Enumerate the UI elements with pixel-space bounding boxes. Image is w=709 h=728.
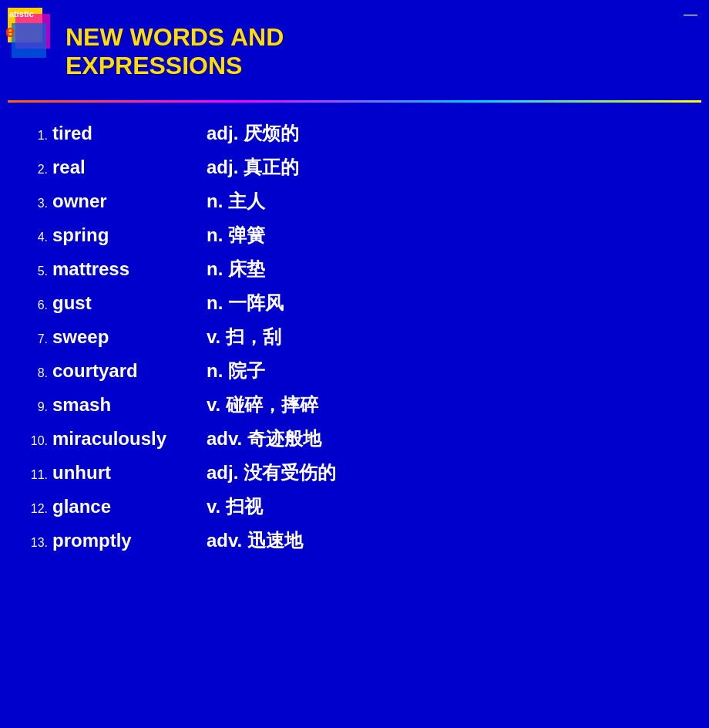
word-english: unhurt — [52, 459, 207, 487]
word-english: tired — [52, 120, 207, 147]
list-item: 3.ownern. 主人 — [23, 187, 694, 215]
word-definition: v. 扫视 — [207, 493, 263, 521]
word-definition: adv. 奇迹般地 — [207, 425, 321, 453]
list-item: 5.mattressn. 床垫 — [23, 255, 694, 283]
word-definition: adj. 真正的 — [207, 153, 299, 181]
title-line2: EXPRESSIONS — [66, 52, 242, 79]
header-divider — [8, 100, 701, 103]
logo: atistic e — [8, 8, 69, 69]
list-item: 8.courtyardn. 院子 — [23, 357, 694, 385]
list-item: 1.tiredadj. 厌烦的 — [23, 120, 694, 147]
list-item: 10.miraculouslyadv. 奇迹般地 — [23, 425, 694, 453]
word-number: 10. — [23, 432, 52, 450]
word-definition: n. 一阵风 — [207, 289, 284, 317]
list-item: 7.sweepv. 扫，刮 — [23, 323, 694, 351]
word-number: 5. — [23, 262, 52, 281]
logo-e-letter: e — [5, 22, 15, 42]
word-definition: n. 弹簧 — [207, 221, 265, 249]
list-item: 13.promptlyadv. 迅速地 — [23, 527, 694, 554]
list-item: 4.springn. 弹簧 — [23, 221, 694, 249]
word-english: glance — [52, 493, 207, 521]
word-number: 3. — [23, 194, 52, 213]
word-english: spring — [52, 221, 207, 249]
logo-blue-block — [12, 23, 46, 58]
word-english: miraculously — [52, 425, 207, 453]
word-number: 2. — [23, 160, 52, 179]
list-item: 9.smashv. 碰碎，摔碎 — [23, 391, 694, 419]
list-item: 6.gustn. 一阵风 — [23, 289, 694, 317]
list-item: 12.glancev. 扫视 — [23, 493, 694, 521]
word-definition: v. 碰碎，摔碎 — [207, 391, 318, 419]
word-number: 12. — [23, 500, 52, 518]
header-section: NEW WORDS AND EXPRESSIONS — [66, 23, 694, 80]
word-number: 8. — [23, 364, 52, 383]
page-title: NEW WORDS AND EXPRESSIONS — [66, 23, 694, 80]
word-definition: n. 院子 — [207, 357, 265, 385]
word-definition: n. 主人 — [207, 187, 265, 215]
minimize-button[interactable]: — — [684, 6, 697, 22]
list-item: 2.realadj. 真正的 — [23, 153, 694, 181]
word-english: gust — [52, 289, 207, 317]
title-line1: NEW WORDS AND — [66, 23, 284, 51]
word-definition: v. 扫，刮 — [207, 323, 281, 351]
word-number: 7. — [23, 330, 52, 349]
word-list: 1.tiredadj. 厌烦的2.realadj. 真正的3.ownern. 主… — [23, 120, 694, 561]
word-definition: adj. 没有受伤的 — [207, 459, 336, 487]
logo-text: atistic — [9, 9, 34, 19]
word-number: 13. — [23, 534, 52, 552]
word-number: 9. — [23, 398, 52, 416]
word-english: smash — [52, 391, 207, 419]
list-item: 11.unhurtadj. 没有受伤的 — [23, 459, 694, 487]
word-definition: adj. 厌烦的 — [207, 120, 299, 147]
word-english: mattress — [52, 255, 207, 283]
word-english: courtyard — [52, 357, 207, 385]
word-english: promptly — [52, 527, 207, 554]
word-english: real — [52, 153, 207, 181]
word-number: 1. — [23, 126, 52, 145]
word-english: owner — [52, 187, 207, 215]
word-number: 11. — [23, 466, 52, 484]
word-number: 6. — [23, 296, 52, 315]
word-definition: n. 床垫 — [207, 255, 265, 283]
word-english: sweep — [52, 323, 207, 351]
word-definition: adv. 迅速地 — [207, 527, 303, 554]
word-number: 4. — [23, 228, 52, 247]
